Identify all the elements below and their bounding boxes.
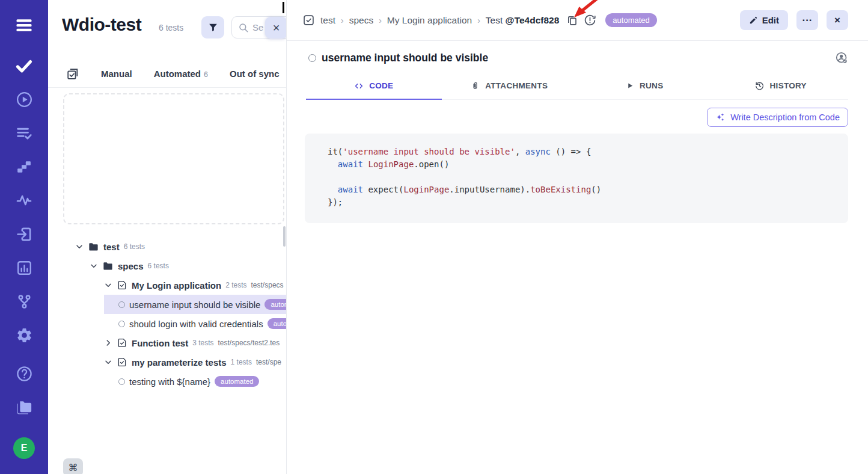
chevron-right-icon[interactable]: [104, 339, 112, 347]
tab-code[interactable]: CODE: [306, 81, 442, 100]
play-circle-icon: [16, 91, 33, 108]
tree-item-label: username input should be visible: [129, 300, 260, 310]
close-detail-button[interactable]: ×: [827, 10, 848, 30]
tree-item-specs[interactable]: specs6 tests: [48, 256, 287, 275]
panel-tab-automated[interactable]: Automated6: [154, 69, 208, 79]
tree-item-my-parameterize-tests[interactable]: my parameterize tests1 teststest/spe: [48, 352, 287, 372]
automated-badge: automated: [264, 299, 287, 310]
code-line: it('username input should be visible', a…: [328, 146, 836, 158]
header-buttons: Edit ··· ×: [740, 10, 848, 30]
tree-item-count: 6 tests: [148, 262, 169, 270]
file-check-icon: [117, 337, 127, 348]
automated-badge: automated: [215, 376, 259, 387]
code-line: [328, 171, 836, 183]
tree-item-count: 3 tests: [192, 339, 213, 347]
list-check-icon: [16, 125, 33, 142]
sidebar-item-play-circle[interactable]: [11, 86, 37, 112]
breadcrumb-separator: ›: [379, 16, 382, 25]
file-check-icon: [117, 280, 127, 291]
tree-item-function-test[interactable]: Function test3 teststest/specs/test2.tes: [48, 333, 287, 352]
search-icon: [238, 22, 249, 33]
play-icon: [626, 82, 634, 90]
tab-label: RUNS: [640, 81, 663, 90]
tab-attachments[interactable]: ATTACHMENTS: [442, 81, 578, 100]
chevron-down-icon[interactable]: [90, 262, 98, 270]
code-icon: [354, 81, 364, 91]
tree-item-username-input-should-be-visible[interactable]: username input should be visibleautomate…: [104, 295, 287, 314]
funnel-icon: [208, 22, 218, 32]
filter-button[interactable]: [201, 16, 224, 38]
status-circle-icon: [118, 378, 125, 385]
task-check-icon: [302, 14, 315, 26]
sync-alert-icon: [584, 14, 596, 26]
tab-label: CODE: [369, 81, 393, 90]
hamburger-icon: [14, 16, 34, 34]
test-status-circle-icon: [308, 54, 316, 62]
sidebar-item-stairs[interactable]: [11, 153, 37, 180]
chevron-down-icon[interactable]: [104, 358, 112, 366]
activity-icon: [16, 192, 32, 209]
tree-item-testing-with-name-[interactable]: testing with ${name}automated: [104, 372, 287, 391]
test-title: username input should be visible: [322, 52, 488, 64]
more-options-button[interactable]: ···: [796, 10, 818, 30]
tab-label: HISTORY: [770, 81, 807, 90]
breadcrumb-current: Test @Te4dcf828: [486, 15, 560, 26]
tree-item-test[interactable]: test6 tests: [48, 237, 287, 256]
sidebar-item-hamburger[interactable]: [11, 12, 37, 38]
sidebar-item-import[interactable]: [11, 221, 37, 247]
tree-item-label: test: [103, 242, 120, 252]
tab-runs[interactable]: RUNS: [577, 81, 713, 100]
chevron-down-icon[interactable]: [75, 242, 84, 251]
sidebar-item-folders[interactable]: [11, 394, 37, 420]
breadcrumb-item[interactable]: test: [320, 15, 335, 26]
assignee-icon[interactable]: [836, 52, 848, 64]
folders-icon: [15, 398, 34, 417]
tree-item-path: test/specs: [251, 281, 284, 289]
tree-item-label: my parameterize tests: [132, 357, 227, 368]
drag-drop-zone[interactable]: [63, 93, 284, 224]
app-sidebar: E: [0, 0, 48, 474]
sidebar-item-bar-chart[interactable]: [11, 254, 37, 281]
sidebar-item-list-check[interactable]: [11, 120, 37, 146]
panel-tab-out-of-sync[interactable]: Out of sync: [230, 69, 280, 79]
pencil-icon: [749, 16, 758, 25]
history-icon: [754, 81, 765, 91]
tab-history[interactable]: HISTORY: [713, 81, 849, 100]
write-description-button[interactable]: Write Description from Code: [707, 108, 848, 127]
tree-item-count: 1 tests: [231, 358, 252, 366]
select-all-icon[interactable]: [66, 67, 79, 81]
test-tree: test6 testsspecs6 testsMy Login applicat…: [48, 237, 287, 391]
breadcrumb-separator: ›: [477, 16, 480, 25]
panel-tab-label: Automated: [154, 69, 201, 79]
tree-item-should-login-with-valid-credentials[interactable]: should login with valid credentialsautom…: [104, 314, 287, 333]
user-avatar[interactable]: E: [13, 437, 35, 459]
panel-tab-label: Out of sync: [230, 69, 280, 79]
sidebar-item-git-branch[interactable]: [11, 288, 37, 315]
panel-tab-manual[interactable]: Manual: [101, 69, 132, 79]
gear-icon: [16, 327, 33, 344]
project-title: Wdio-test: [62, 14, 141, 35]
panel-scrollbar[interactable]: [283, 226, 286, 247]
sidebar-item-gear[interactable]: [11, 322, 37, 348]
edit-button[interactable]: Edit: [740, 10, 788, 30]
code-line: await LoginPage.open(): [328, 158, 836, 171]
chevron-down-icon[interactable]: [104, 281, 112, 289]
sidebar-item-check[interactable]: [11, 52, 37, 79]
copy-id-button[interactable]: [566, 14, 578, 26]
sidebar-item-help[interactable]: [11, 360, 37, 387]
git-branch-icon: [16, 293, 33, 310]
breadcrumb: test›specs›My Login application›Test @Te…: [302, 13, 740, 27]
detail-tabs: CODEATTACHMENTSRUNSHISTORY: [306, 81, 848, 100]
tree-item-label: My Login application: [132, 280, 221, 291]
keyboard-shortcuts-button[interactable]: ⌘: [63, 458, 83, 474]
folder-icon: [88, 241, 99, 253]
test-detail-panel: test›specs›My Login application›Test @Te…: [287, 0, 868, 474]
panel-close-button[interactable]: ×: [265, 17, 287, 38]
breadcrumb-item[interactable]: My Login application: [387, 15, 472, 26]
panel-filter-tabs: ManualAutomated6Out of sync: [48, 60, 287, 88]
breadcrumb-item[interactable]: specs: [349, 15, 374, 26]
tab-label: ATTACHMENTS: [485, 81, 548, 90]
tests-panel: Wdio-test 6 tests × ManualAutomated6Out …: [48, 0, 287, 474]
sidebar-item-activity[interactable]: [11, 187, 37, 214]
tree-item-my-login-application[interactable]: My Login application2 teststest/specs: [48, 275, 287, 295]
